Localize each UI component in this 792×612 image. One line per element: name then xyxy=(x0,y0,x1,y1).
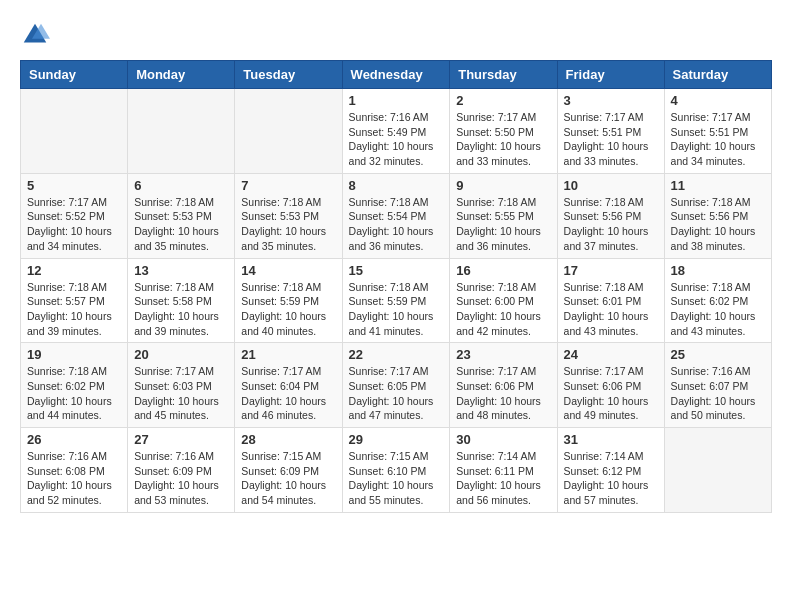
logo-icon xyxy=(20,20,50,50)
day-number: 4 xyxy=(671,93,765,108)
day-info: Sunrise: 7:18 AM Sunset: 6:02 PM Dayligh… xyxy=(671,280,765,339)
calendar-cell: 26Sunrise: 7:16 AM Sunset: 6:08 PM Dayli… xyxy=(21,428,128,513)
calendar-week-row: 12Sunrise: 7:18 AM Sunset: 5:57 PM Dayli… xyxy=(21,258,772,343)
calendar-cell: 1Sunrise: 7:16 AM Sunset: 5:49 PM Daylig… xyxy=(342,89,450,174)
calendar-cell: 2Sunrise: 7:17 AM Sunset: 5:50 PM Daylig… xyxy=(450,89,557,174)
calendar-cell: 20Sunrise: 7:17 AM Sunset: 6:03 PM Dayli… xyxy=(128,343,235,428)
weekday-header-sunday: Sunday xyxy=(21,61,128,89)
day-number: 31 xyxy=(564,432,658,447)
day-info: Sunrise: 7:18 AM Sunset: 5:54 PM Dayligh… xyxy=(349,195,444,254)
day-info: Sunrise: 7:16 AM Sunset: 6:07 PM Dayligh… xyxy=(671,364,765,423)
calendar-cell: 16Sunrise: 7:18 AM Sunset: 6:00 PM Dayli… xyxy=(450,258,557,343)
weekday-header-friday: Friday xyxy=(557,61,664,89)
calendar-cell: 23Sunrise: 7:17 AM Sunset: 6:06 PM Dayli… xyxy=(450,343,557,428)
day-info: Sunrise: 7:18 AM Sunset: 6:01 PM Dayligh… xyxy=(564,280,658,339)
day-number: 14 xyxy=(241,263,335,278)
day-info: Sunrise: 7:17 AM Sunset: 6:03 PM Dayligh… xyxy=(134,364,228,423)
calendar-cell: 29Sunrise: 7:15 AM Sunset: 6:10 PM Dayli… xyxy=(342,428,450,513)
calendar-cell xyxy=(664,428,771,513)
day-number: 15 xyxy=(349,263,444,278)
day-number: 3 xyxy=(564,93,658,108)
day-number: 11 xyxy=(671,178,765,193)
day-info: Sunrise: 7:18 AM Sunset: 5:53 PM Dayligh… xyxy=(134,195,228,254)
day-number: 17 xyxy=(564,263,658,278)
day-info: Sunrise: 7:18 AM Sunset: 5:53 PM Dayligh… xyxy=(241,195,335,254)
weekday-header-tuesday: Tuesday xyxy=(235,61,342,89)
calendar-cell: 12Sunrise: 7:18 AM Sunset: 5:57 PM Dayli… xyxy=(21,258,128,343)
day-number: 9 xyxy=(456,178,550,193)
weekday-header-wednesday: Wednesday xyxy=(342,61,450,89)
day-number: 7 xyxy=(241,178,335,193)
day-info: Sunrise: 7:16 AM Sunset: 5:49 PM Dayligh… xyxy=(349,110,444,169)
calendar-cell: 6Sunrise: 7:18 AM Sunset: 5:53 PM Daylig… xyxy=(128,173,235,258)
day-info: Sunrise: 7:17 AM Sunset: 5:51 PM Dayligh… xyxy=(564,110,658,169)
calendar-cell: 13Sunrise: 7:18 AM Sunset: 5:58 PM Dayli… xyxy=(128,258,235,343)
calendar-cell: 10Sunrise: 7:18 AM Sunset: 5:56 PM Dayli… xyxy=(557,173,664,258)
day-info: Sunrise: 7:17 AM Sunset: 6:06 PM Dayligh… xyxy=(564,364,658,423)
weekday-header-thursday: Thursday xyxy=(450,61,557,89)
day-number: 1 xyxy=(349,93,444,108)
page-header xyxy=(20,20,772,50)
day-number: 13 xyxy=(134,263,228,278)
calendar-cell: 18Sunrise: 7:18 AM Sunset: 6:02 PM Dayli… xyxy=(664,258,771,343)
day-info: Sunrise: 7:17 AM Sunset: 6:06 PM Dayligh… xyxy=(456,364,550,423)
calendar-week-row: 26Sunrise: 7:16 AM Sunset: 6:08 PM Dayli… xyxy=(21,428,772,513)
day-info: Sunrise: 7:18 AM Sunset: 5:58 PM Dayligh… xyxy=(134,280,228,339)
day-info: Sunrise: 7:18 AM Sunset: 5:55 PM Dayligh… xyxy=(456,195,550,254)
calendar-week-row: 19Sunrise: 7:18 AM Sunset: 6:02 PM Dayli… xyxy=(21,343,772,428)
day-number: 26 xyxy=(27,432,121,447)
day-number: 5 xyxy=(27,178,121,193)
day-number: 2 xyxy=(456,93,550,108)
day-number: 29 xyxy=(349,432,444,447)
day-number: 24 xyxy=(564,347,658,362)
calendar-cell: 14Sunrise: 7:18 AM Sunset: 5:59 PM Dayli… xyxy=(235,258,342,343)
day-number: 27 xyxy=(134,432,228,447)
day-info: Sunrise: 7:18 AM Sunset: 5:59 PM Dayligh… xyxy=(349,280,444,339)
day-info: Sunrise: 7:17 AM Sunset: 5:50 PM Dayligh… xyxy=(456,110,550,169)
calendar-cell: 5Sunrise: 7:17 AM Sunset: 5:52 PM Daylig… xyxy=(21,173,128,258)
calendar-cell: 4Sunrise: 7:17 AM Sunset: 5:51 PM Daylig… xyxy=(664,89,771,174)
day-info: Sunrise: 7:17 AM Sunset: 5:51 PM Dayligh… xyxy=(671,110,765,169)
calendar-cell: 11Sunrise: 7:18 AM Sunset: 5:56 PM Dayli… xyxy=(664,173,771,258)
calendar-cell: 8Sunrise: 7:18 AM Sunset: 5:54 PM Daylig… xyxy=(342,173,450,258)
day-number: 6 xyxy=(134,178,228,193)
calendar-week-row: 1Sunrise: 7:16 AM Sunset: 5:49 PM Daylig… xyxy=(21,89,772,174)
calendar-cell: 3Sunrise: 7:17 AM Sunset: 5:51 PM Daylig… xyxy=(557,89,664,174)
calendar-cell: 7Sunrise: 7:18 AM Sunset: 5:53 PM Daylig… xyxy=(235,173,342,258)
day-info: Sunrise: 7:18 AM Sunset: 6:00 PM Dayligh… xyxy=(456,280,550,339)
calendar-cell xyxy=(235,89,342,174)
calendar-cell: 31Sunrise: 7:14 AM Sunset: 6:12 PM Dayli… xyxy=(557,428,664,513)
day-info: Sunrise: 7:17 AM Sunset: 6:04 PM Dayligh… xyxy=(241,364,335,423)
day-number: 16 xyxy=(456,263,550,278)
day-info: Sunrise: 7:14 AM Sunset: 6:11 PM Dayligh… xyxy=(456,449,550,508)
day-info: Sunrise: 7:18 AM Sunset: 5:56 PM Dayligh… xyxy=(671,195,765,254)
calendar-table: SundayMondayTuesdayWednesdayThursdayFrid… xyxy=(20,60,772,513)
weekday-header-row: SundayMondayTuesdayWednesdayThursdayFrid… xyxy=(21,61,772,89)
calendar-cell: 9Sunrise: 7:18 AM Sunset: 5:55 PM Daylig… xyxy=(450,173,557,258)
day-number: 10 xyxy=(564,178,658,193)
day-info: Sunrise: 7:18 AM Sunset: 5:56 PM Dayligh… xyxy=(564,195,658,254)
day-info: Sunrise: 7:14 AM Sunset: 6:12 PM Dayligh… xyxy=(564,449,658,508)
day-number: 21 xyxy=(241,347,335,362)
day-info: Sunrise: 7:15 AM Sunset: 6:10 PM Dayligh… xyxy=(349,449,444,508)
day-number: 23 xyxy=(456,347,550,362)
day-number: 12 xyxy=(27,263,121,278)
calendar-cell xyxy=(128,89,235,174)
day-number: 19 xyxy=(27,347,121,362)
day-info: Sunrise: 7:18 AM Sunset: 5:59 PM Dayligh… xyxy=(241,280,335,339)
day-number: 8 xyxy=(349,178,444,193)
calendar-cell: 19Sunrise: 7:18 AM Sunset: 6:02 PM Dayli… xyxy=(21,343,128,428)
calendar-cell: 15Sunrise: 7:18 AM Sunset: 5:59 PM Dayli… xyxy=(342,258,450,343)
calendar-week-row: 5Sunrise: 7:17 AM Sunset: 5:52 PM Daylig… xyxy=(21,173,772,258)
calendar-cell: 21Sunrise: 7:17 AM Sunset: 6:04 PM Dayli… xyxy=(235,343,342,428)
day-number: 18 xyxy=(671,263,765,278)
day-info: Sunrise: 7:16 AM Sunset: 6:08 PM Dayligh… xyxy=(27,449,121,508)
calendar-cell: 24Sunrise: 7:17 AM Sunset: 6:06 PM Dayli… xyxy=(557,343,664,428)
calendar-cell: 22Sunrise: 7:17 AM Sunset: 6:05 PM Dayli… xyxy=(342,343,450,428)
weekday-header-saturday: Saturday xyxy=(664,61,771,89)
day-info: Sunrise: 7:17 AM Sunset: 5:52 PM Dayligh… xyxy=(27,195,121,254)
calendar-cell: 30Sunrise: 7:14 AM Sunset: 6:11 PM Dayli… xyxy=(450,428,557,513)
calendar-cell: 28Sunrise: 7:15 AM Sunset: 6:09 PM Dayli… xyxy=(235,428,342,513)
calendar-cell: 17Sunrise: 7:18 AM Sunset: 6:01 PM Dayli… xyxy=(557,258,664,343)
day-info: Sunrise: 7:16 AM Sunset: 6:09 PM Dayligh… xyxy=(134,449,228,508)
